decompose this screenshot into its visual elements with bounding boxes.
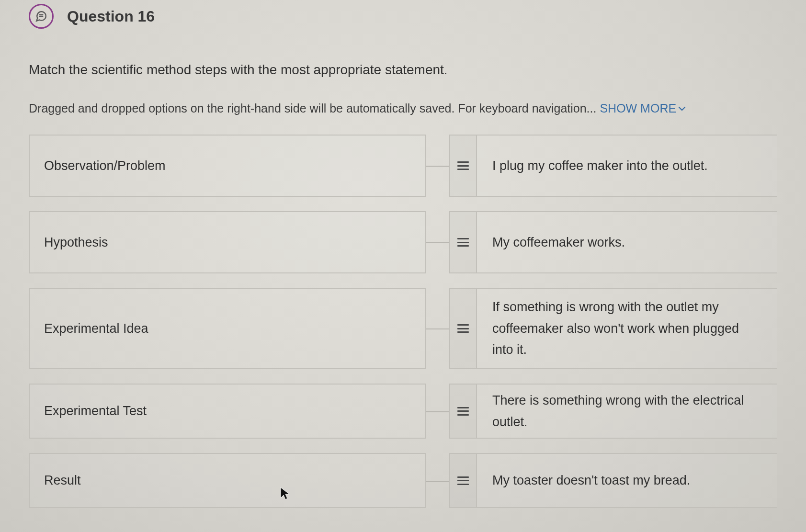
show-more-link[interactable]: SHOW MORE [600, 102, 686, 115]
match-row: Observation/Problem I plug my coffee mak… [29, 135, 777, 197]
chevron-down-icon [678, 101, 686, 114]
match-target-label: Result [44, 473, 81, 488]
match-target[interactable]: Result [29, 453, 426, 508]
match-option[interactable]: My coffeemaker works. [449, 211, 777, 273]
match-option-text: There is something wrong with the electr… [477, 385, 777, 438]
match-target-label: Hypothesis [44, 235, 108, 250]
match-target-label: Experimental Idea [44, 321, 148, 336]
match-connector [426, 288, 449, 369]
match-option-text: I plug my coffee maker into the outlet. [477, 136, 777, 196]
match-target[interactable]: Hypothesis [29, 211, 426, 273]
match-row: Hypothesis My coffeemaker works. [29, 211, 777, 273]
match-area: Observation/Problem I plug my coffee mak… [29, 135, 777, 508]
match-target-label: Observation/Problem [44, 158, 166, 173]
match-option[interactable]: There is something wrong with the electr… [449, 384, 777, 439]
question-prompt: Match the scientific method steps with t… [29, 62, 777, 78]
instructions-text: Dragged and dropped options on the right… [29, 102, 600, 115]
match-connector [426, 135, 449, 197]
match-row: Experimental Idea If something is wrong … [29, 288, 777, 369]
drag-handle-icon [457, 407, 469, 416]
match-target-label: Experimental Test [44, 404, 147, 419]
drag-handle[interactable] [450, 289, 477, 368]
question-title: Question 16 [67, 8, 155, 25]
question-type-icon [29, 4, 54, 29]
match-option-text: My toaster doesn't toast my bread. [477, 454, 777, 507]
match-target[interactable]: Experimental Test [29, 384, 426, 439]
match-row: Result My toaster doesn't toast my bread… [29, 453, 777, 508]
drag-handle[interactable] [450, 385, 477, 438]
drag-handle-icon [457, 161, 469, 170]
drag-handle-icon [457, 324, 469, 333]
match-target[interactable]: Experimental Idea [29, 288, 426, 369]
match-connector [426, 211, 449, 273]
drag-handle[interactable] [450, 136, 477, 196]
match-row: Experimental Test There is something wro… [29, 384, 777, 439]
question-instructions: Dragged and dropped options on the right… [29, 102, 777, 115]
drag-handle-icon [457, 476, 469, 485]
drag-handle-icon [457, 238, 469, 247]
match-connector [426, 384, 449, 439]
match-option[interactable]: If something is wrong with the outlet my… [449, 288, 777, 369]
show-more-label: SHOW MORE [600, 102, 676, 115]
match-target[interactable]: Observation/Problem [29, 135, 426, 197]
match-option-text: My coffeemaker works. [477, 212, 777, 272]
match-connector [426, 453, 449, 508]
match-option-text: If something is wrong with the outlet my… [477, 289, 777, 368]
question-header: Question 16 [29, 0, 777, 29]
question-page: Question 16 Match the scientific method … [0, 0, 806, 532]
drag-handle[interactable] [450, 212, 477, 272]
drag-handle[interactable] [450, 454, 477, 507]
match-option[interactable]: My toaster doesn't toast my bread. [449, 453, 777, 508]
match-option[interactable]: I plug my coffee maker into the outlet. [449, 135, 777, 197]
